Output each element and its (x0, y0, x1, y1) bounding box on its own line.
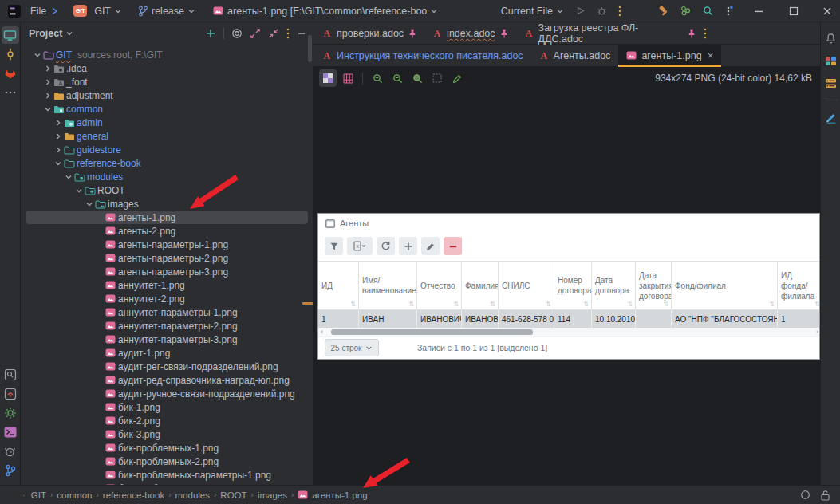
grid-button[interactable] (339, 69, 357, 87)
run-configuration-widget[interactable]: Current File (501, 6, 553, 17)
hide-icon[interactable] (297, 29, 306, 38)
tree-item[interactable]: агенты-параметры-3.png (26, 265, 308, 278)
unlock-icon[interactable] (820, 490, 830, 501)
chevron-down-icon[interactable] (73, 186, 85, 195)
chevron-down-icon[interactable] (32, 50, 43, 60)
chevron-down-icon[interactable] (65, 30, 73, 37)
tree-item[interactable]: images (26, 197, 308, 211)
notifications-alarm-tool-button[interactable] (2, 443, 19, 460)
menu-git[interactable]: GIT (94, 6, 111, 17)
tree-item[interactable]: ROOT (26, 183, 308, 197)
maximize-icon[interactable] (789, 6, 799, 16)
editor-tab[interactable]: AАгенты.adoc (531, 45, 619, 66)
chevron-right-icon[interactable] (42, 64, 53, 73)
palette-tool-button[interactable] (822, 52, 839, 69)
tree-item[interactable]: аннуитет-2.png (26, 292, 308, 305)
breadcrumb-item[interactable]: reference-book (103, 490, 164, 500)
editor-tab[interactable]: Aindex.adoc (424, 22, 515, 44)
main-menu-expand-icon[interactable] (49, 6, 59, 16)
tree-item[interactable]: аннуитет-параметры-3.png (26, 333, 308, 346)
scrollbar-thumb[interactable] (331, 329, 533, 335)
edit-externally-button[interactable] (448, 69, 466, 87)
editor-tab[interactable]: агенты-1.png× (618, 45, 721, 66)
tree-item[interactable]: бик-2.png (26, 414, 308, 427)
search-everywhere-tool-button[interactable] (2, 366, 19, 384)
more-vertical-icon[interactable] (618, 6, 621, 17)
tree-item[interactable]: adjustment (26, 89, 308, 102)
editor-tab[interactable]: Aпроверки.adoc (314, 22, 424, 44)
expand-all-icon[interactable] (250, 28, 261, 39)
git-branch-tool-button[interactable] (2, 462, 19, 479)
structure-tool-button[interactable] (822, 74, 839, 92)
tree-item[interactable]: бик-проблемных-2.png (26, 455, 308, 468)
pin-icon[interactable] (408, 29, 416, 38)
breadcrumb-item[interactable]: images (258, 490, 287, 500)
chevron-right-icon[interactable] (53, 145, 64, 155)
breadcrumb-item[interactable]: common (57, 490, 92, 500)
tree-item[interactable]: reference-book (26, 156, 308, 170)
search-icon[interactable] (703, 6, 713, 16)
chevron-right-icon[interactable] (42, 91, 53, 100)
tree-item[interactable]: аудит-ред-справочника-наград-юл.png (26, 373, 308, 387)
tree-item[interactable]: агенты-2.png (26, 224, 308, 238)
chevron-down-icon[interactable] (42, 104, 53, 114)
breadcrumb-item[interactable]: агенты-1.png (298, 490, 367, 500)
chevron-right-icon[interactable] (53, 132, 64, 141)
horizontal-scrollbar[interactable]: ‹ › (318, 328, 820, 337)
terminal-tool-button[interactable] (2, 423, 19, 441)
project-scrollbar[interactable] (308, 35, 312, 62)
close-icon[interactable] (822, 6, 832, 16)
zoom-in-button[interactable] (369, 69, 386, 87)
tree-item[interactable]: .idea (26, 61, 308, 75)
menu-file[interactable]: File (30, 6, 46, 17)
tree-item[interactable]: аудит-ручное-связи-подразделений.png (26, 387, 308, 400)
breadcrumb-item[interactable]: modules (175, 490, 210, 500)
pin-icon[interactable] (688, 29, 696, 38)
branch-widget[interactable]: release (152, 6, 184, 17)
tree-item[interactable]: general (26, 129, 308, 143)
locate-icon[interactable] (231, 28, 243, 39)
tree-item[interactable]: guidestore (26, 143, 308, 156)
bell-tool-button[interactable] (822, 30, 839, 47)
page-size-select[interactable]: 25 строк (325, 339, 379, 356)
settings-more-icon[interactable] (726, 6, 733, 17)
chevron-down-icon[interactable] (53, 159, 64, 168)
tree-item[interactable]: modules (26, 170, 308, 183)
commit-tool-button[interactable] (2, 45, 19, 63)
project-panel-title[interactable]: Project (29, 28, 62, 39)
tree-item[interactable]: common (26, 102, 308, 116)
breadcrumb-item[interactable]: ROOT (220, 490, 246, 500)
debug-icon[interactable] (597, 6, 607, 16)
tree-item[interactable]: аудит-1.png (26, 346, 308, 360)
more-vertical-icon[interactable] (286, 28, 290, 39)
close-tab-icon[interactable]: × (708, 49, 714, 61)
chevron-right-icon[interactable] (53, 118, 64, 128)
tree-item[interactable]: бик-1.png (26, 400, 308, 414)
tree-item[interactable]: A_font (26, 75, 308, 89)
tree-item[interactable]: аннуитет-1.png (26, 278, 308, 292)
gitlab-tool-button[interactable] (2, 65, 19, 82)
more-horizontal-tool-button[interactable] (2, 84, 19, 101)
tree-item[interactable]: аннуитет-параметры-1.png (26, 305, 308, 319)
scroll-right-icon[interactable]: › (816, 328, 818, 337)
settings-gear-tool-button[interactable] (2, 404, 19, 422)
circle-icon[interactable] (800, 490, 810, 500)
transparency-button[interactable] (319, 69, 337, 87)
editor-tab[interactable]: AИнструкция технического писателя.adoc (314, 45, 531, 66)
breadcrumb-item[interactable]: GIT (31, 490, 46, 500)
pin-icon[interactable] (500, 29, 508, 38)
chevron-right-icon[interactable] (42, 77, 53, 87)
collapse-all-icon[interactable] (268, 28, 279, 39)
tree-item[interactable]: аудит-рег-связи-подразделений.png (26, 360, 308, 373)
profiler-icon[interactable] (680, 5, 692, 17)
scroll-left-icon[interactable]: ‹ (321, 328, 323, 337)
add-icon[interactable] (205, 28, 216, 39)
tree-item[interactable]: бик-проблемных-1.png (26, 441, 308, 455)
plugin-box-tool-button[interactable] (2, 385, 19, 403)
tree-item[interactable]: агенты-1.png (26, 211, 308, 224)
tree-item[interactable]: GITsources root, F:\GIT (26, 48, 308, 61)
tree-item[interactable]: аннуитет-параметры-2.png (26, 319, 308, 333)
tree-item[interactable]: агенты-параметры-1.png (26, 238, 308, 251)
asciidoc-pen-tool-button[interactable] (822, 108, 839, 126)
chevron-down-icon[interactable] (63, 172, 74, 182)
